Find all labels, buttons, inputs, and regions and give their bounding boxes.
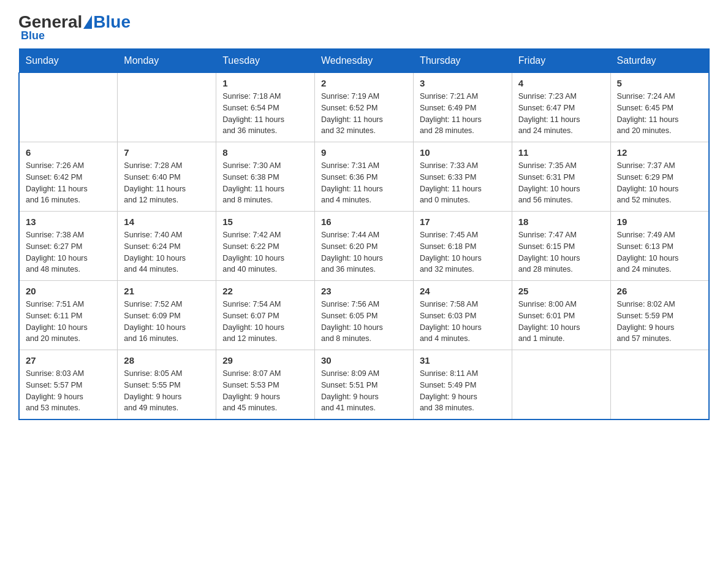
day-number: 22	[222, 286, 308, 296]
calendar-cell: 10Sunrise: 7:33 AMSunset: 6:33 PMDayligh…	[413, 142, 512, 212]
calendar-cell: 7Sunrise: 7:28 AMSunset: 6:40 PMDaylight…	[118, 142, 216, 212]
day-info: Sunrise: 7:37 AMSunset: 6:29 PMDaylight:…	[617, 160, 702, 206]
day-number: 8	[222, 147, 308, 158]
day-number: 15	[222, 216, 308, 227]
day-number: 30	[321, 355, 407, 366]
column-header-wednesday: Wednesday	[315, 49, 414, 73]
day-info: Sunrise: 8:00 AMSunset: 6:01 PMDaylight:…	[518, 299, 604, 345]
day-number: 3	[420, 78, 506, 88]
day-info: Sunrise: 7:30 AMSunset: 6:38 PMDaylight:…	[222, 160, 308, 206]
day-info: Sunrise: 8:11 AMSunset: 5:49 PMDaylight:…	[420, 368, 506, 414]
logo-underline: Blue	[21, 29, 45, 42]
calendar-cell: 27Sunrise: 8:03 AMSunset: 5:57 PMDayligh…	[19, 350, 118, 420]
day-number: 7	[124, 147, 210, 158]
calendar-week-row: 27Sunrise: 8:03 AMSunset: 5:57 PMDayligh…	[19, 350, 709, 420]
logo-triangle-icon	[83, 15, 92, 29]
day-info: Sunrise: 7:52 AMSunset: 6:09 PMDaylight:…	[124, 299, 210, 345]
calendar-cell: 24Sunrise: 7:58 AMSunset: 6:03 PMDayligh…	[413, 281, 512, 350]
page-header: General Blue Blue	[18, 12, 710, 42]
day-info: Sunrise: 7:28 AMSunset: 6:40 PMDaylight:…	[124, 160, 210, 206]
day-info: Sunrise: 8:07 AMSunset: 5:53 PMDaylight:…	[222, 368, 308, 414]
day-number: 27	[26, 355, 111, 366]
calendar-cell: 8Sunrise: 7:30 AMSunset: 6:38 PMDaylight…	[216, 142, 315, 212]
day-info: Sunrise: 7:26 AMSunset: 6:42 PMDaylight:…	[26, 160, 111, 206]
day-number: 18	[518, 216, 604, 227]
day-info: Sunrise: 7:18 AMSunset: 6:54 PMDaylight:…	[222, 91, 308, 137]
day-info: Sunrise: 7:51 AMSunset: 6:11 PMDaylight:…	[26, 299, 111, 345]
calendar-cell: 23Sunrise: 7:56 AMSunset: 6:05 PMDayligh…	[315, 281, 414, 350]
calendar-cell: 19Sunrise: 7:49 AMSunset: 6:13 PMDayligh…	[610, 212, 709, 281]
calendar-cell: 31Sunrise: 8:11 AMSunset: 5:49 PMDayligh…	[413, 350, 512, 420]
calendar-cell: 26Sunrise: 8:02 AMSunset: 5:59 PMDayligh…	[610, 281, 709, 350]
calendar-cell: 9Sunrise: 7:31 AMSunset: 6:36 PMDaylight…	[315, 142, 414, 212]
day-number: 10	[420, 147, 506, 158]
calendar-cell: 30Sunrise: 8:09 AMSunset: 5:51 PMDayligh…	[315, 350, 414, 420]
day-info: Sunrise: 8:05 AMSunset: 5:55 PMDaylight:…	[124, 368, 210, 414]
day-number: 16	[321, 216, 407, 227]
calendar-week-row: 13Sunrise: 7:38 AMSunset: 6:27 PMDayligh…	[19, 212, 709, 281]
calendar-week-row: 20Sunrise: 7:51 AMSunset: 6:11 PMDayligh…	[19, 281, 709, 350]
day-info: Sunrise: 7:42 AMSunset: 6:22 PMDaylight:…	[222, 229, 308, 275]
day-info: Sunrise: 7:21 AMSunset: 6:49 PMDaylight:…	[420, 91, 506, 137]
calendar-cell: 6Sunrise: 7:26 AMSunset: 6:42 PMDaylight…	[19, 142, 118, 212]
day-info: Sunrise: 7:45 AMSunset: 6:18 PMDaylight:…	[420, 229, 506, 275]
day-info: Sunrise: 7:33 AMSunset: 6:33 PMDaylight:…	[420, 160, 506, 206]
day-info: Sunrise: 7:58 AMSunset: 6:03 PMDaylight:…	[420, 299, 506, 345]
day-info: Sunrise: 7:38 AMSunset: 6:27 PMDaylight:…	[26, 229, 111, 275]
day-info: Sunrise: 7:56 AMSunset: 6:05 PMDaylight:…	[321, 299, 407, 345]
day-info: Sunrise: 8:02 AMSunset: 5:59 PMDaylight:…	[617, 299, 702, 345]
logo: General Blue Blue	[18, 12, 131, 42]
day-number: 19	[617, 216, 702, 227]
calendar-cell: 20Sunrise: 7:51 AMSunset: 6:11 PMDayligh…	[19, 281, 118, 350]
column-header-friday: Friday	[512, 49, 610, 73]
column-header-thursday: Thursday	[413, 49, 512, 73]
calendar-cell: 1Sunrise: 7:18 AMSunset: 6:54 PMDaylight…	[216, 73, 315, 142]
day-number: 5	[617, 78, 702, 88]
day-number: 17	[420, 216, 506, 227]
day-number: 12	[617, 147, 702, 158]
calendar-cell: 14Sunrise: 7:40 AMSunset: 6:24 PMDayligh…	[118, 212, 216, 281]
calendar-cell: 13Sunrise: 7:38 AMSunset: 6:27 PMDayligh…	[19, 212, 118, 281]
calendar-cell: 5Sunrise: 7:24 AMSunset: 6:45 PMDaylight…	[610, 73, 709, 142]
calendar-cell	[512, 350, 610, 420]
calendar-cell	[610, 350, 709, 420]
calendar-cell: 15Sunrise: 7:42 AMSunset: 6:22 PMDayligh…	[216, 212, 315, 281]
calendar-week-row: 1Sunrise: 7:18 AMSunset: 6:54 PMDaylight…	[19, 73, 709, 142]
day-number: 29	[222, 355, 308, 366]
day-number: 1	[222, 78, 308, 88]
column-header-sunday: Sunday	[19, 49, 118, 73]
column-header-monday: Monday	[118, 49, 216, 73]
day-info: Sunrise: 7:49 AMSunset: 6:13 PMDaylight:…	[617, 229, 702, 275]
calendar-cell: 22Sunrise: 7:54 AMSunset: 6:07 PMDayligh…	[216, 281, 315, 350]
day-number: 23	[321, 286, 407, 296]
day-info: Sunrise: 7:31 AMSunset: 6:36 PMDaylight:…	[321, 160, 407, 206]
calendar-cell: 2Sunrise: 7:19 AMSunset: 6:52 PMDaylight…	[315, 73, 414, 142]
day-number: 20	[26, 286, 111, 296]
day-number: 13	[26, 216, 111, 227]
day-number: 2	[321, 78, 407, 88]
day-number: 4	[518, 78, 604, 88]
calendar-week-row: 6Sunrise: 7:26 AMSunset: 6:42 PMDaylight…	[19, 142, 709, 212]
day-number: 11	[518, 147, 604, 158]
day-info: Sunrise: 7:24 AMSunset: 6:45 PMDaylight:…	[617, 91, 702, 137]
calendar-cell	[19, 73, 118, 142]
day-number: 28	[124, 355, 210, 366]
day-info: Sunrise: 7:44 AMSunset: 6:20 PMDaylight:…	[321, 229, 407, 275]
day-info: Sunrise: 7:47 AMSunset: 6:15 PMDaylight:…	[518, 229, 604, 275]
calendar-cell: 25Sunrise: 8:00 AMSunset: 6:01 PMDayligh…	[512, 281, 610, 350]
day-info: Sunrise: 7:19 AMSunset: 6:52 PMDaylight:…	[321, 91, 407, 137]
calendar-cell: 18Sunrise: 7:47 AMSunset: 6:15 PMDayligh…	[512, 212, 610, 281]
calendar-table: SundayMondayTuesdayWednesdayThursdayFrid…	[18, 48, 710, 420]
day-number: 21	[124, 286, 210, 296]
day-number: 14	[124, 216, 210, 227]
logo-blue-text: Blue	[93, 12, 131, 32]
day-number: 26	[617, 286, 702, 296]
day-number: 6	[26, 147, 111, 158]
calendar-cell: 29Sunrise: 8:07 AMSunset: 5:53 PMDayligh…	[216, 350, 315, 420]
calendar-cell	[118, 73, 216, 142]
calendar-cell: 11Sunrise: 7:35 AMSunset: 6:31 PMDayligh…	[512, 142, 610, 212]
calendar-cell: 4Sunrise: 7:23 AMSunset: 6:47 PMDaylight…	[512, 73, 610, 142]
day-number: 24	[420, 286, 506, 296]
day-info: Sunrise: 7:54 AMSunset: 6:07 PMDaylight:…	[222, 299, 308, 345]
day-info: Sunrise: 7:35 AMSunset: 6:31 PMDaylight:…	[518, 160, 604, 206]
